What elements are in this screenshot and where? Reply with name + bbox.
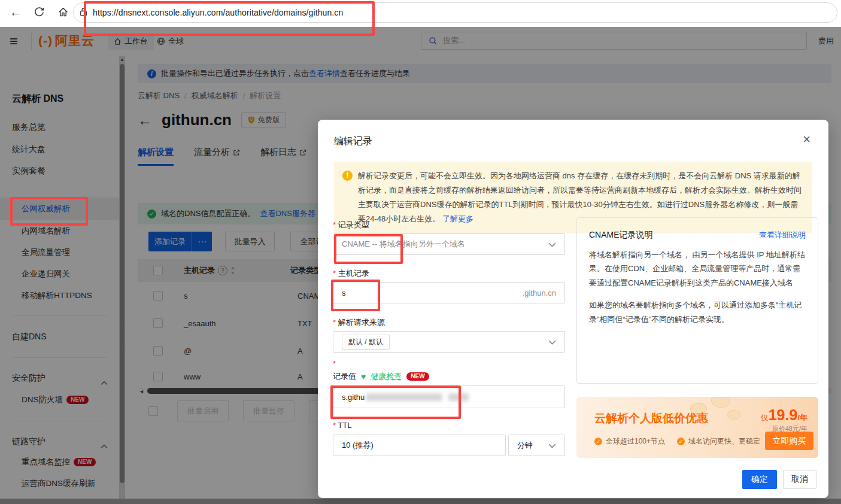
promo-price-unit: /年 [797,413,807,422]
chevron-down-icon [548,240,556,249]
record-value-label: 记录值 [333,371,356,382]
promo-banner: 云解析个人版低价优惠 仅19.9/年 原价48元/年 ✓ 全球超过100+节点 … [576,397,818,458]
promo-feature: ✓ 全球超过100+节点 ✓ 域名访问更快、更稳定 [594,436,760,447]
ttl-unit-value: 分钟 [517,440,533,451]
ttl-value: 10 (推荐) [342,440,374,451]
cname-help-panel: CNAME记录说明 查看详细说明 将域名解析指向另一个域名， 由另一个域名提供 … [576,217,818,384]
annotation-box-url [84,1,375,36]
ttl-unit-select[interactable]: 分钟 [508,435,565,456]
annotation-box-host-record [331,280,380,311]
required-star [333,358,336,369]
promo-price-value: 19.9 [769,406,798,423]
help-paragraph: 将域名解析指向另一个域名， 由另一个域名提供 IP 地址解析结果。在使用CDN、… [589,248,806,290]
browser-back-icon[interactable]: ← [10,5,22,19]
check-circle-icon: ✓ [677,438,685,445]
modal-title: 编辑记录 [334,135,372,148]
buy-now-button[interactable]: 立即购买 [765,432,813,450]
help-paragraph: 如果您的域名要解析指向多个域名，可以通过添加多条“主机记录”相同但“记录值”不同… [589,298,806,326]
warning-icon: ! [342,171,353,181]
record-type-label: 记录类型 [333,220,369,230]
chevron-down-icon [548,338,556,347]
help-panel-title: CNAME记录说明 [589,230,653,241]
health-heart-icon: ♥ [361,372,366,381]
coin-decoration [711,397,730,408]
promo-feature-label: 域名访问更快、更稳定 [688,436,760,447]
cancel-button[interactable]: 取消 [783,470,816,489]
host-record-suffix: .githun.cn [523,289,556,297]
page-root: ≡ (-) 阿里云 工作台 全球 搜索... 费用 云解析 DNS 服务 [0,0,841,504]
dns-line-label: 解析请求来源 [333,317,385,328]
detailed-doc-link[interactable]: 查看详细说明 [759,230,806,241]
learn-more-link[interactable]: 了解更多 [442,214,473,223]
confirm-button[interactable]: 确定 [742,470,777,489]
annotation-box-record-type [334,234,403,264]
edit-record-modal: 编辑记录 × ! 解析记录变更后，可能不会立即生效。因为各地网络运营商 dns … [318,120,828,498]
annotation-box-sidebar-item [10,197,88,226]
record-value-label-row: 记录值 ♥ 健康检查 NEW [333,371,429,382]
dns-line-select[interactable]: 默认 / 默认 [333,331,565,353]
promo-title: 云解析个人版低价优惠 [594,411,708,426]
coin-decoration [727,410,740,420]
promo-price: 仅19.9/年 [761,406,807,424]
warning-text: 解析记录变更后，可能不会立即生效。因为各地网络运营商 dns 存在缓存，在缓存未… [358,171,801,223]
promo-price-prefix: 仅 [761,413,769,422]
host-record-label: 主机记录 [333,268,369,279]
annotation-box-record-value [330,385,461,419]
close-icon[interactable]: × [803,133,810,146]
ttl-label: TTL [333,421,352,430]
browser-refresh-icon[interactable] [34,7,45,20]
promo-feature-label: 全球超过100+节点 [606,436,665,447]
dns-line-value: 默认 / 默认 [342,335,390,350]
browser-home-icon[interactable] [57,7,69,20]
health-check-link[interactable]: 健康检查 [371,371,402,382]
new-badge: NEW [406,372,429,381]
ttl-input[interactable]: 10 (推荐) [333,435,506,456]
check-circle-icon: ✓ [594,438,602,445]
chevron-down-icon [548,441,556,450]
